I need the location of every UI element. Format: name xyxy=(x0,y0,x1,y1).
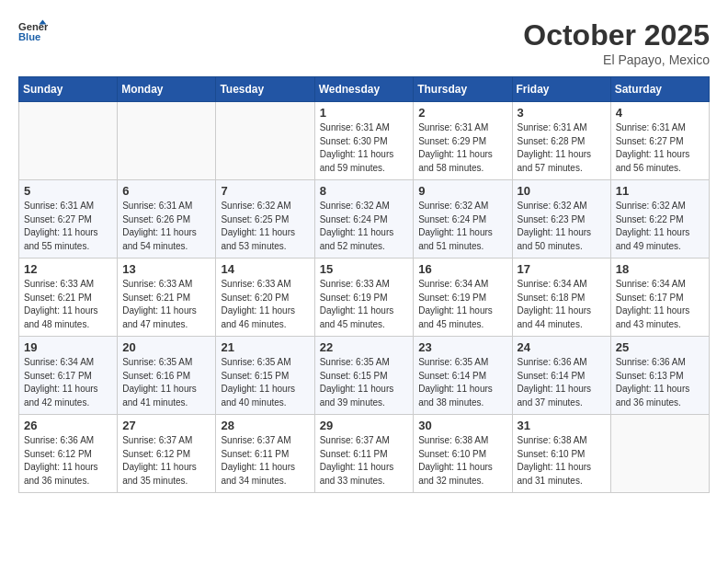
day-info: Sunrise: 6:34 AMSunset: 6:17 PMDaylight:… xyxy=(24,356,112,409)
day-info: Sunrise: 6:32 AMSunset: 6:22 PMDaylight:… xyxy=(616,200,704,253)
day-info: Sunrise: 6:38 AMSunset: 6:10 PMDaylight:… xyxy=(518,434,606,488)
day-number: 1 xyxy=(320,106,409,120)
calendar-cell: 2Sunrise: 6:31 AMSunset: 6:29 PMDaylight… xyxy=(414,102,512,180)
day-info: Sunrise: 6:35 AMSunset: 6:16 PMDaylight:… xyxy=(122,356,210,409)
calendar-cell: 5Sunrise: 6:31 AMSunset: 6:27 PMDaylight… xyxy=(19,180,118,259)
day-header-monday: Monday xyxy=(118,77,216,102)
day-info: Sunrise: 6:31 AMSunset: 6:29 PMDaylight:… xyxy=(418,121,506,175)
calendar-cell: 26Sunrise: 6:36 AMSunset: 6:12 PMDayligh… xyxy=(19,415,118,493)
day-number: 4 xyxy=(616,106,704,120)
day-number: 30 xyxy=(418,419,506,432)
calendar-cell: 28Sunrise: 6:37 AMSunset: 6:11 PMDayligh… xyxy=(216,415,314,493)
day-number: 20 xyxy=(122,340,210,354)
calendar-header-row: SundayMondayTuesdayWednesdayThursdayFrid… xyxy=(19,77,710,102)
calendar-cell: 3Sunrise: 6:31 AMSunset: 6:28 PMDaylight… xyxy=(512,102,610,180)
day-info: Sunrise: 6:33 AMSunset: 6:19 PMDaylight:… xyxy=(320,278,409,331)
calendar-cell: 19Sunrise: 6:34 AMSunset: 6:17 PMDayligh… xyxy=(19,337,118,415)
day-header-thursday: Thursday xyxy=(414,77,512,102)
day-info: Sunrise: 6:34 AMSunset: 6:17 PMDaylight:… xyxy=(616,278,704,331)
calendar-cell: 6Sunrise: 6:31 AMSunset: 6:26 PMDaylight… xyxy=(118,180,216,259)
week-row-2: 5Sunrise: 6:31 AMSunset: 6:27 PMDaylight… xyxy=(19,180,710,259)
calendar-cell: 27Sunrise: 6:37 AMSunset: 6:12 PMDayligh… xyxy=(118,415,216,493)
day-info: Sunrise: 6:37 AMSunset: 6:11 PMDaylight:… xyxy=(320,434,409,488)
calendar-cell: 12Sunrise: 6:33 AMSunset: 6:21 PMDayligh… xyxy=(19,259,118,337)
day-number: 8 xyxy=(320,184,409,198)
day-number: 6 xyxy=(122,184,210,198)
day-number: 23 xyxy=(418,340,506,354)
day-info: Sunrise: 6:31 AMSunset: 6:27 PMDaylight:… xyxy=(24,200,112,253)
day-info: Sunrise: 6:33 AMSunset: 6:21 PMDaylight:… xyxy=(122,278,210,331)
day-number: 25 xyxy=(616,340,704,354)
calendar-cell: 25Sunrise: 6:36 AMSunset: 6:13 PMDayligh… xyxy=(610,337,709,415)
day-info: Sunrise: 6:32 AMSunset: 6:25 PMDaylight:… xyxy=(221,200,309,253)
location: El Papayo, Mexico xyxy=(523,52,710,67)
calendar-cell: 24Sunrise: 6:36 AMSunset: 6:14 PMDayligh… xyxy=(512,337,610,415)
calendar-cell xyxy=(610,415,709,493)
day-number: 15 xyxy=(320,262,409,276)
day-number: 21 xyxy=(221,340,309,354)
calendar-cell: 9Sunrise: 6:32 AMSunset: 6:24 PMDaylight… xyxy=(414,180,512,259)
day-info: Sunrise: 6:32 AMSunset: 6:24 PMDaylight:… xyxy=(418,200,506,253)
calendar-cell: 4Sunrise: 6:31 AMSunset: 6:27 PMDaylight… xyxy=(610,102,709,180)
calendar-cell: 14Sunrise: 6:33 AMSunset: 6:20 PMDayligh… xyxy=(216,259,314,337)
day-info: Sunrise: 6:32 AMSunset: 6:24 PMDaylight:… xyxy=(320,200,409,253)
calendar-cell: 7Sunrise: 6:32 AMSunset: 6:25 PMDaylight… xyxy=(216,180,314,259)
calendar-cell: 23Sunrise: 6:35 AMSunset: 6:14 PMDayligh… xyxy=(414,337,512,415)
day-number: 14 xyxy=(221,262,309,276)
day-info: Sunrise: 6:38 AMSunset: 6:10 PMDaylight:… xyxy=(418,434,506,488)
day-info: Sunrise: 6:34 AMSunset: 6:18 PMDaylight:… xyxy=(518,278,606,331)
day-header-wednesday: Wednesday xyxy=(314,77,414,102)
day-number: 10 xyxy=(518,184,606,198)
week-row-1: 1Sunrise: 6:31 AMSunset: 6:30 PMDaylight… xyxy=(19,102,710,180)
calendar-cell: 22Sunrise: 6:35 AMSunset: 6:15 PMDayligh… xyxy=(314,337,414,415)
page-header: General Blue October 2025 El Papayo, Mex… xyxy=(18,18,710,67)
calendar-cell: 17Sunrise: 6:34 AMSunset: 6:18 PMDayligh… xyxy=(512,259,610,337)
day-info: Sunrise: 6:33 AMSunset: 6:20 PMDaylight:… xyxy=(221,278,309,331)
day-info: Sunrise: 6:37 AMSunset: 6:12 PMDaylight:… xyxy=(122,434,210,488)
calendar-cell: 13Sunrise: 6:33 AMSunset: 6:21 PMDayligh… xyxy=(118,259,216,337)
day-info: Sunrise: 6:33 AMSunset: 6:21 PMDaylight:… xyxy=(24,278,112,331)
calendar-cell: 30Sunrise: 6:38 AMSunset: 6:10 PMDayligh… xyxy=(414,415,512,493)
calendar-cell: 1Sunrise: 6:31 AMSunset: 6:30 PMDaylight… xyxy=(314,102,414,180)
day-info: Sunrise: 6:36 AMSunset: 6:12 PMDaylight:… xyxy=(24,434,112,488)
day-info: Sunrise: 6:31 AMSunset: 6:27 PMDaylight:… xyxy=(616,121,704,175)
day-info: Sunrise: 6:35 AMSunset: 6:15 PMDaylight:… xyxy=(320,356,409,409)
day-header-saturday: Saturday xyxy=(610,77,709,102)
day-info: Sunrise: 6:32 AMSunset: 6:23 PMDaylight:… xyxy=(518,200,606,253)
day-number: 31 xyxy=(518,419,606,432)
calendar-cell: 18Sunrise: 6:34 AMSunset: 6:17 PMDayligh… xyxy=(610,259,709,337)
day-number: 11 xyxy=(616,184,704,198)
day-info: Sunrise: 6:31 AMSunset: 6:30 PMDaylight:… xyxy=(320,121,409,175)
week-row-4: 19Sunrise: 6:34 AMSunset: 6:17 PMDayligh… xyxy=(19,337,710,415)
calendar-cell: 15Sunrise: 6:33 AMSunset: 6:19 PMDayligh… xyxy=(314,259,414,337)
day-number: 7 xyxy=(221,184,309,198)
day-number: 27 xyxy=(122,419,210,432)
month-title: October 2025 xyxy=(523,18,710,52)
calendar-cell xyxy=(118,102,216,180)
day-number: 26 xyxy=(24,419,112,432)
day-number: 28 xyxy=(221,419,309,432)
calendar-cell: 11Sunrise: 6:32 AMSunset: 6:22 PMDayligh… xyxy=(610,180,709,259)
day-info: Sunrise: 6:34 AMSunset: 6:19 PMDaylight:… xyxy=(418,278,506,331)
calendar-table: SundayMondayTuesdayWednesdayThursdayFrid… xyxy=(18,76,710,493)
day-number: 9 xyxy=(418,184,506,198)
svg-text:Blue: Blue xyxy=(18,31,40,42)
title-section: October 2025 El Papayo, Mexico xyxy=(523,18,710,67)
day-number: 22 xyxy=(320,340,409,354)
day-number: 5 xyxy=(24,184,112,198)
week-row-5: 26Sunrise: 6:36 AMSunset: 6:12 PMDayligh… xyxy=(19,415,710,493)
day-number: 16 xyxy=(418,262,506,276)
calendar-cell: 16Sunrise: 6:34 AMSunset: 6:19 PMDayligh… xyxy=(414,259,512,337)
day-info: Sunrise: 6:36 AMSunset: 6:14 PMDaylight:… xyxy=(518,356,606,409)
day-number: 24 xyxy=(518,340,606,354)
calendar-cell: 20Sunrise: 6:35 AMSunset: 6:16 PMDayligh… xyxy=(118,337,216,415)
day-number: 3 xyxy=(518,106,606,120)
day-info: Sunrise: 6:36 AMSunset: 6:13 PMDaylight:… xyxy=(616,356,704,409)
week-row-3: 12Sunrise: 6:33 AMSunset: 6:21 PMDayligh… xyxy=(19,259,710,337)
calendar-cell: 10Sunrise: 6:32 AMSunset: 6:23 PMDayligh… xyxy=(512,180,610,259)
day-info: Sunrise: 6:35 AMSunset: 6:14 PMDaylight:… xyxy=(418,356,506,409)
day-number: 2 xyxy=(418,106,506,120)
calendar-cell xyxy=(19,102,118,180)
day-number: 13 xyxy=(122,262,210,276)
calendar-cell: 31Sunrise: 6:38 AMSunset: 6:10 PMDayligh… xyxy=(512,415,610,493)
